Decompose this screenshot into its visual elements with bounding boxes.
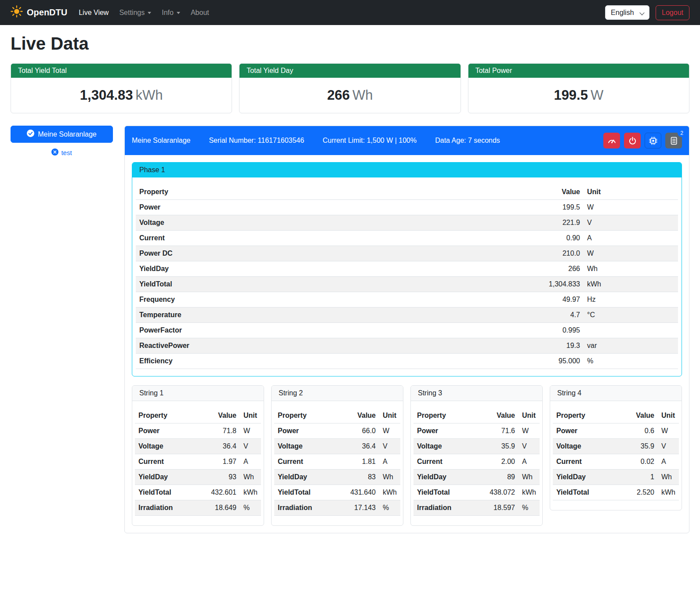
col-value: Value — [404, 185, 584, 200]
property-cell: Efficiency — [136, 354, 404, 369]
col-property: Property — [135, 408, 194, 423]
device-info-button[interactable] — [645, 133, 661, 148]
string-table: Property Value Unit Power — [274, 408, 400, 516]
logout-button[interactable]: Logout — [656, 5, 689, 20]
table-row: Voltage 35.9 V — [553, 439, 679, 454]
card-value: 199.5 — [554, 87, 588, 103]
limit-settings-button[interactable] — [603, 133, 620, 148]
phase-card: Phase 1 Property Value Unit — [132, 162, 682, 376]
value-cell: 199.5 — [404, 200, 584, 215]
nav-about[interactable]: About — [187, 5, 213, 20]
summary-cards-row: Total Yield Total 1,304.83kWh Total Yiel… — [11, 63, 689, 113]
nav-info[interactable]: Info — [158, 5, 184, 20]
property-cell: YieldTotal — [136, 277, 404, 292]
unit-cell: W — [584, 246, 678, 261]
string-card-body: Property Value Unit Power — [132, 401, 264, 525]
value-cell: 0.6 — [617, 423, 658, 439]
unit-cell: A — [240, 454, 261, 470]
value-cell: 93 — [194, 470, 240, 485]
card-value: 1,304.83 — [80, 87, 133, 103]
property-cell: YieldTotal — [413, 485, 472, 500]
language-select-wrap: English — [605, 5, 649, 20]
table-row: YieldDay 89 Wh — [413, 470, 540, 485]
table-row: YieldTotal 438.072 kWh — [413, 485, 540, 500]
table-row: Frequency 49.97 Hz — [136, 292, 678, 308]
property-cell: Voltage — [274, 439, 333, 454]
total-power-card: Total Power 199.5W — [468, 63, 689, 113]
string-card-body: Property Value Unit Power — [272, 401, 403, 525]
property-cell: YieldTotal — [553, 485, 617, 500]
table-row: ReactivePower 19.3 var — [136, 338, 678, 354]
table-row: Irradiation 18.649 % — [135, 500, 261, 516]
table-row: YieldTotal 2.520 kWh — [553, 485, 679, 500]
unit-cell: °C — [584, 308, 678, 323]
unit-cell: Wh — [658, 470, 679, 485]
unit-cell: % — [379, 500, 400, 516]
value-cell: 35.9 — [617, 439, 658, 454]
card-body: 199.5W — [468, 78, 689, 113]
card-unit: Wh — [352, 87, 373, 103]
table-row: Current 0.02 A — [553, 454, 679, 470]
table-row: YieldDay 1 Wh — [553, 470, 679, 485]
value-cell: 1.97 — [194, 454, 240, 470]
property-cell: Power — [136, 200, 404, 215]
nav-live-view-label: Live View — [79, 9, 109, 17]
property-cell: Power — [135, 423, 194, 439]
x-circle-icon[interactable] — [51, 148, 58, 157]
power-button[interactable] — [624, 133, 641, 148]
property-cell: Frequency — [136, 292, 404, 308]
table-row: Power 71.8 W — [135, 423, 261, 439]
property-cell: Voltage — [553, 439, 617, 454]
table-header-row: Property Value Unit — [135, 408, 261, 423]
unit-cell: A — [584, 231, 678, 246]
table-row: YieldDay 266 Wh — [136, 261, 678, 277]
unit-cell: var — [584, 338, 678, 354]
table-row: Power 71.6 W — [413, 423, 540, 439]
inverter-test-label: test — [61, 149, 72, 156]
nav-settings-label: Settings — [119, 9, 145, 17]
chevron-down-icon — [148, 12, 151, 14]
table-row: Temperature 4.7 °C — [136, 308, 678, 323]
serial-number: Serial Number: 116171603546 — [209, 137, 304, 145]
value-cell: 432.601 — [194, 485, 240, 500]
nav-live-view[interactable]: Live View — [75, 5, 112, 20]
unit-cell: kWh — [519, 485, 540, 500]
value-cell: 19.3 — [404, 338, 584, 354]
string-1-card: String 1 Property Value Unit — [132, 385, 264, 526]
unit-cell: W — [658, 423, 679, 439]
chevron-down-icon — [177, 12, 180, 14]
card-body: 266Wh — [239, 78, 460, 113]
phase-card-title: Phase 1 — [132, 163, 682, 177]
unit-cell: A — [658, 454, 679, 470]
nav-settings[interactable]: Settings — [116, 5, 155, 20]
unit-cell: A — [379, 454, 400, 470]
col-property: Property — [413, 408, 472, 423]
property-cell: Current — [553, 454, 617, 470]
brand[interactable]: OpenDTU — [11, 5, 67, 20]
string-card-body: Property Value Unit Power — [550, 401, 682, 510]
main-nav: Live View Settings Info About — [73, 5, 214, 20]
table-row: YieldTotal 1,304.833 kWh — [136, 277, 678, 292]
inverter-panel-body: Phase 1 Property Value Unit — [125, 155, 689, 533]
table-row: Power 199.5 W — [136, 200, 678, 215]
property-cell: Current — [135, 454, 194, 470]
unit-cell: V — [379, 439, 400, 454]
string-card-title: String 2 — [272, 386, 403, 401]
language-select[interactable]: English — [605, 5, 649, 20]
col-unit: Unit — [240, 408, 261, 423]
inverter-item-test[interactable]: test — [11, 148, 113, 157]
event-log-button[interactable]: 2 — [665, 133, 682, 148]
unit-cell: kWh — [584, 277, 678, 292]
string-4-card: String 4 Property Value Unit — [550, 385, 682, 510]
navbar-right: English Logout — [605, 5, 689, 20]
table-row: Current 0.90 A — [136, 231, 678, 246]
total-yield-total-card: Total Yield Total 1,304.83kWh — [11, 63, 232, 113]
sun-logo-icon — [11, 5, 23, 20]
brand-label: OpenDTU — [27, 7, 67, 18]
current-limit: Current Limit: 1,500 W | 100% — [323, 137, 417, 145]
string-table: Property Value Unit Power — [413, 408, 540, 516]
inverter-select-button[interactable]: Meine Solaranlage — [11, 126, 113, 143]
table-row: PowerFactor 0.995 — [136, 323, 678, 338]
value-cell: 95.000 — [404, 354, 584, 369]
unit-cell — [584, 323, 678, 338]
